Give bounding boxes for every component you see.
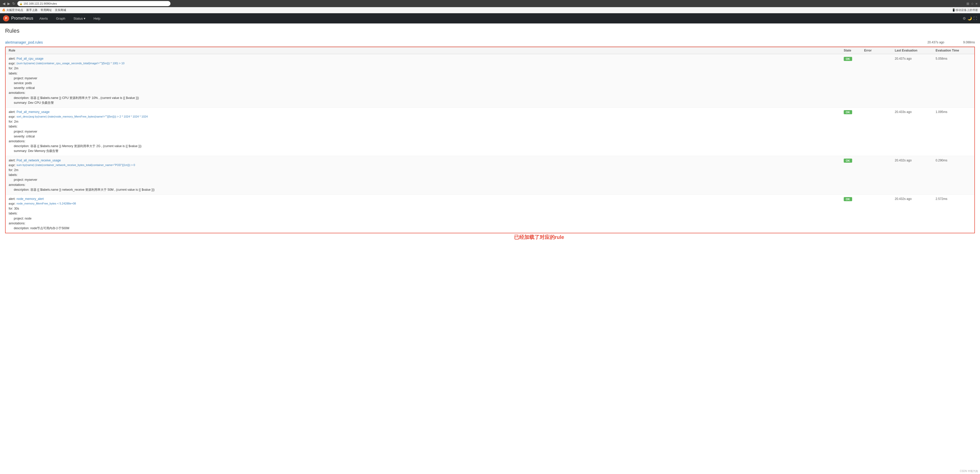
bookmark-firefox[interactable]: 🔥 火狐官方站点: [2, 8, 23, 12]
label-item: project: node: [9, 216, 844, 221]
nav-alerts[interactable]: Alerts: [37, 16, 50, 21]
expr-key: expr:: [9, 114, 16, 119]
expr-line: expr: (sum by(name) (rate(container_cpu_…: [9, 61, 844, 66]
col-last-eval: Last Evaluation: [895, 49, 935, 52]
annotations-section: annotations: description: 容器 {{ $labels.…: [9, 90, 844, 105]
labels-key: labels:: [9, 173, 18, 177]
alert-key: alert:: [9, 197, 16, 201]
bookmark-newbie[interactable]: 新手上路: [26, 8, 38, 12]
alert-link[interactable]: Pod_all_network_receive_usage: [17, 158, 61, 163]
expr-link[interactable]: sum by(name) (irate(container_network_re…: [17, 163, 135, 168]
table-header: Rule State Error Last Evaluation Evaluat…: [6, 47, 974, 54]
menu-button[interactable]: ≡: [975, 2, 977, 6]
rule-group-link[interactable]: alertmanager_pod.rules: [5, 40, 928, 44]
label-item: service: pods: [9, 81, 844, 86]
annotations-key: annotations:: [9, 91, 25, 95]
alert-line: alert: Pod_all_network_receive_usage: [9, 158, 844, 163]
for-line: for: 2m: [9, 66, 844, 71]
annotations-key: annotations:: [9, 140, 25, 143]
label-item: severity: critical: [9, 86, 844, 90]
bookmark-common[interactable]: 常用网址: [41, 8, 52, 12]
table-row: alert: node_memory_alert expr: node_memo…: [6, 194, 974, 233]
label-item: severity: critical: [9, 134, 844, 139]
labels-key: labels:: [9, 212, 18, 215]
bookmark-button[interactable]: ☆: [971, 2, 974, 6]
col-rule: Rule: [9, 49, 844, 52]
prometheus-logo: P: [3, 15, 9, 21]
annotations-key: annotations:: [9, 222, 25, 225]
forward-button[interactable]: ▶: [7, 2, 10, 6]
page-content: Rules alertmanager_pod.rules 20.437s ago…: [0, 24, 980, 243]
for-key: for:: [9, 119, 13, 124]
bookmark-bar: 🔥 火狐官方站点 新手上路 常用网址 京东商城 📱移动设备上的书签: [0, 7, 980, 13]
last-eval-cell: 20.433s ago: [895, 110, 935, 114]
labels-section: labels: project: node: [9, 211, 844, 221]
annotations-section: annotations: description: 容器 {{ $labels.…: [9, 182, 844, 192]
expr-key: expr:: [9, 61, 16, 66]
label-item: project: myserver: [9, 76, 844, 81]
mobile-settings[interactable]: 📱移动设备上的书签: [952, 8, 978, 12]
expr-link[interactable]: node_memory_MemFree_bytes < 5.24288e+08: [17, 201, 76, 206]
labels-key: labels:: [9, 71, 18, 75]
for-value: 2m: [14, 119, 18, 124]
nav-help[interactable]: Help: [92, 16, 103, 21]
nav-status[interactable]: Status ▾: [72, 16, 88, 21]
alert-line: alert: Pod_all_cpu_usage: [9, 56, 844, 61]
annotation-item: summary: Dev Memory 负载告警: [9, 149, 844, 154]
for-line: for: 30s: [9, 206, 844, 211]
expr-link[interactable]: sort_desc(avg by(name) (irate(node_memor…: [17, 114, 148, 119]
state-cell: OK: [844, 56, 864, 61]
rule-group-header: alertmanager_pod.rules 20.437s ago 9.088…: [5, 38, 975, 47]
labels-key: labels:: [9, 125, 18, 128]
back-button[interactable]: ◀: [3, 2, 5, 6]
expr-line: expr: sort_desc(avg by(name) (irate(node…: [9, 114, 844, 119]
page-title: Rules: [5, 27, 975, 34]
url-text: 192.168.122.21:9090/rules: [24, 2, 57, 5]
browser-chrome: ◀ ▶ ↻ 🔒 192.168.122.21:9090/rules ⊞ ☆ ≡: [0, 0, 980, 7]
url-bar[interactable]: 🔒 192.168.122.21:9090/rules: [18, 1, 170, 6]
col-eval-time: Evaluation Time: [935, 49, 971, 52]
col-error: Error: [864, 49, 895, 52]
alert-key: alert:: [9, 56, 16, 61]
annotations-section: annotations: description: 容器 {{ $labels.…: [9, 139, 844, 154]
labels-section: labels: project: myserver: [9, 173, 844, 182]
eval-time-cell: 2.572ms: [935, 197, 971, 201]
extensions-button[interactable]: ⊞: [966, 2, 969, 6]
bookmark-jd[interactable]: 京东商城: [55, 8, 66, 12]
annotation-item: description: 容器 {{ $labels.name }} netwo…: [9, 187, 844, 192]
annotations-key: annotations:: [9, 183, 25, 187]
expr-key: expr:: [9, 163, 16, 168]
label-item: project: myserver: [9, 129, 844, 134]
rule-group-last-eval: 20.437s ago: [928, 41, 944, 44]
labels-section: labels: project: myserverservice: podsse…: [9, 71, 844, 91]
for-value: 2m: [14, 66, 18, 71]
nav-graph[interactable]: Graph: [54, 16, 67, 21]
fullscreen-icon[interactable]: ⛶: [974, 16, 977, 21]
settings-icon[interactable]: ⚙: [963, 16, 966, 21]
rule-detail: alert: Pod_all_memory_usage expr: sort_d…: [9, 109, 844, 154]
rule-detail: alert: node_memory_alert expr: node_memo…: [9, 197, 844, 231]
eval-time-cell: 0.290ms: [935, 159, 971, 162]
reload-button[interactable]: ↻: [12, 2, 15, 6]
expr-link[interactable]: (sum by(name) (rate(container_cpu_usage_…: [17, 61, 124, 66]
state-badge: OK: [844, 110, 852, 114]
table-row: alert: Pod_all_memory_usage expr: sort_d…: [6, 107, 974, 156]
for-line: for: 2m: [9, 168, 844, 173]
theme-icon[interactable]: 🌙: [967, 16, 972, 21]
annotation-item: summary: Dev CPU 负载告警: [9, 100, 844, 105]
for-key: for:: [9, 168, 13, 173]
for-value: 2m: [14, 168, 18, 173]
brand: P Prometheus: [3, 15, 33, 21]
alert-link[interactable]: Pod_all_cpu_usage: [17, 56, 43, 61]
alert-link[interactable]: Pod_all_memory_usage: [17, 109, 49, 114]
state-badge: OK: [844, 197, 852, 201]
eval-time-cell: 5.058ms: [935, 57, 971, 60]
last-eval-cell: 20.432s ago: [895, 159, 935, 162]
expr-key: expr:: [9, 201, 16, 206]
alert-link[interactable]: node_memory_alert: [17, 197, 44, 201]
col-state: State: [844, 49, 864, 52]
eval-time-cell: 1.095ms: [935, 110, 971, 114]
alert-key: alert:: [9, 109, 16, 114]
alert-key: alert:: [9, 158, 16, 163]
rules-container: Rule State Error Last Evaluation Evaluat…: [5, 47, 975, 233]
